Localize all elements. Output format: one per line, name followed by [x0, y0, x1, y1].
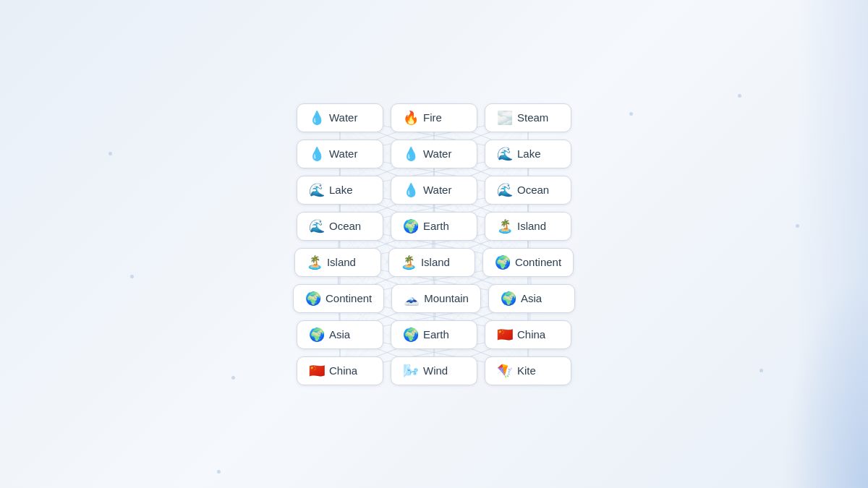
card-emoji: 🏝️: [401, 254, 417, 270]
card-row-1: 💧Water💧Water🌊Lake: [297, 140, 571, 168]
card-label: Asia: [521, 292, 542, 304]
decorative-dot: [738, 94, 741, 98]
element-card-water-1-1[interactable]: 💧Water: [391, 140, 477, 168]
element-card-ocean-3-0[interactable]: 🌊Ocean: [297, 212, 383, 241]
main-content: 💧Water🔥Fire🌫️Steam💧Water💧Water🌊Lake🌊Lake…: [0, 0, 868, 488]
element-card-earth-6-1[interactable]: 🌍Earth: [391, 320, 477, 349]
card-label: Wind: [423, 364, 448, 377]
card-emoji: 🗻: [404, 291, 420, 307]
decorative-dot: [109, 152, 112, 155]
card-row-7: 🇨🇳China🌬️Wind🪁Kite: [297, 356, 571, 385]
card-row-6: 🌍Asia🌍Earth🇨🇳China: [297, 320, 571, 349]
decorative-dot: [629, 112, 633, 116]
element-card-kite-7-2[interactable]: 🪁Kite: [485, 356, 571, 385]
element-card-ocean-2-2[interactable]: 🌊Ocean: [485, 176, 571, 205]
card-label: Earth: [423, 328, 449, 341]
card-emoji: 🌍: [309, 327, 325, 343]
card-emoji: 🌍: [403, 218, 419, 234]
card-emoji: 🌊: [497, 182, 513, 198]
card-emoji: 🌬️: [403, 363, 419, 379]
element-card-mountain-5-1[interactable]: 🗻Mountain: [391, 284, 481, 313]
decorative-dot: [130, 275, 134, 278]
card-label: Continent: [326, 292, 372, 304]
card-emoji: 🌊: [309, 182, 325, 198]
element-card-island-3-2[interactable]: 🏝️Island: [485, 212, 571, 241]
element-card-island-4-0[interactable]: 🏝️Island: [294, 248, 381, 277]
card-emoji: 🏝️: [497, 218, 513, 234]
decorative-dot: [231, 376, 235, 380]
card-label: Kite: [517, 364, 536, 377]
card-label: Water: [423, 147, 451, 160]
card-label: Lake: [517, 147, 541, 160]
card-emoji: 💧: [403, 182, 419, 198]
element-card-wind-7-1[interactable]: 🌬️Wind: [391, 356, 477, 385]
card-row-0: 💧Water🔥Fire🌫️Steam: [297, 103, 571, 132]
element-card-lake-1-2[interactable]: 🌊Lake: [485, 140, 571, 168]
card-emoji: 🌍: [495, 254, 511, 270]
card-emoji: 💧: [309, 146, 325, 162]
card-label: Island: [421, 256, 450, 268]
card-row-2: 🌊Lake💧Water🌊Ocean: [297, 176, 571, 205]
element-card-lake-2-0[interactable]: 🌊Lake: [297, 176, 383, 205]
element-card-earth-3-1[interactable]: 🌍Earth: [391, 212, 477, 241]
element-card-water-2-1[interactable]: 💧Water: [391, 176, 477, 205]
card-emoji: 🏝️: [307, 254, 323, 270]
card-emoji: 🔥: [403, 110, 419, 126]
card-row-4: 🏝️Island🏝️Island🌍Continent: [294, 248, 574, 277]
card-label: Ocean: [329, 220, 361, 232]
card-label: China: [329, 364, 357, 377]
card-label: Island: [517, 220, 546, 232]
card-row-5: 🌍Continent🗻Mountain🌍Asia: [293, 284, 575, 313]
card-emoji: 🇨🇳: [309, 363, 325, 379]
card-row-3: 🌊Ocean🌍Earth🏝️Island: [297, 212, 571, 241]
card-label: Water: [423, 184, 451, 196]
card-label: Ocean: [517, 184, 549, 196]
card-label: Continent: [515, 256, 561, 268]
card-emoji: 🪁: [497, 363, 513, 379]
card-label: Island: [327, 256, 356, 268]
card-emoji: 🌍: [305, 291, 321, 307]
card-label: China: [517, 328, 545, 341]
card-label: Fire: [423, 111, 442, 124]
element-card-water-0-0[interactable]: 💧Water: [297, 103, 383, 132]
element-card-fire-0-1[interactable]: 🔥Fire: [391, 103, 477, 132]
card-label: Earth: [423, 220, 449, 232]
card-emoji: 💧: [403, 146, 419, 162]
element-card-china-7-0[interactable]: 🇨🇳China: [297, 356, 383, 385]
element-card-island-4-1[interactable]: 🏝️Island: [388, 248, 475, 277]
cards-grid: 💧Water🔥Fire🌫️Steam💧Water💧Water🌊Lake🌊Lake…: [293, 103, 575, 385]
element-card-steam-0-2[interactable]: 🌫️Steam: [485, 103, 571, 132]
element-card-china-6-2[interactable]: 🇨🇳China: [485, 320, 571, 349]
card-label: Asia: [329, 328, 350, 341]
card-emoji: 🌍: [501, 291, 516, 307]
card-emoji: 🌊: [497, 146, 513, 162]
card-emoji: 🇨🇳: [497, 327, 513, 343]
element-card-water-1-0[interactable]: 💧Water: [297, 140, 383, 168]
element-card-continent-5-0[interactable]: 🌍Continent: [293, 284, 384, 313]
card-label: Water: [329, 111, 357, 124]
card-label: Mountain: [424, 292, 469, 304]
element-card-continent-4-2[interactable]: 🌍Continent: [482, 248, 574, 277]
decorative-dot: [760, 369, 763, 372]
card-label: Steam: [517, 111, 548, 124]
element-card-asia-5-2[interactable]: 🌍Asia: [488, 284, 575, 313]
card-emoji: 🌍: [403, 327, 419, 343]
decorative-dot: [796, 224, 799, 228]
card-emoji: 🌊: [309, 218, 325, 234]
card-label: Water: [329, 147, 357, 160]
card-emoji: 🌫️: [497, 110, 513, 126]
card-label: Lake: [329, 184, 353, 196]
decorative-dot: [217, 470, 221, 474]
card-emoji: 💧: [309, 110, 325, 126]
element-card-asia-6-0[interactable]: 🌍Asia: [297, 320, 383, 349]
